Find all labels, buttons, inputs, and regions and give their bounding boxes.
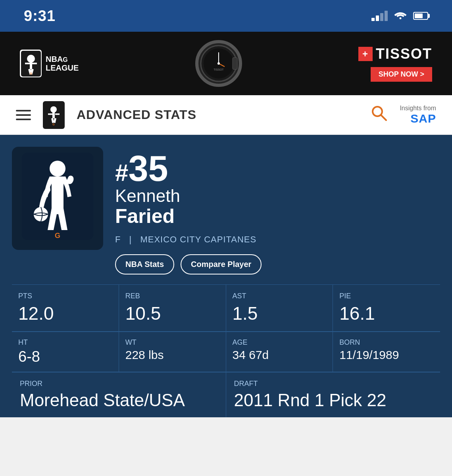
- player-actions: NBA Stats Compare Player: [115, 254, 440, 274]
- svg-text:TISSOT: TISSOT: [213, 68, 224, 71]
- bio-value: 6-8: [18, 348, 112, 365]
- bio-label: WT: [125, 338, 219, 347]
- stat-value: 16.1: [339, 303, 434, 324]
- sap-logo: SAP: [410, 112, 436, 125]
- draft-grid: PRIOR Morehead State/USADRAFT 2011 Rnd 1…: [12, 372, 440, 417]
- player-team: F | MEXICO CITY CAPITANES: [115, 234, 440, 245]
- tissot-cross-icon: +: [358, 47, 373, 61]
- hamburger-line: [16, 119, 31, 120]
- bio-label: BORN: [339, 338, 434, 347]
- stat-value: 1.5: [233, 303, 327, 324]
- player-header: G #35 Kenneth Faried F | MEXICO CITY CAP…: [12, 147, 440, 284]
- svg-rect-19: [52, 112, 55, 118]
- nav-logo: G: [43, 101, 65, 129]
- svg-rect-5: [32, 63, 37, 64]
- bio-value: 34 67d: [233, 348, 327, 362]
- svg-point-29: [34, 207, 48, 221]
- svg-rect-3: [30, 62, 32, 69]
- svg-point-2: [27, 55, 35, 63]
- draft-value: 2011 Rnd 1 Pick 22: [234, 390, 433, 410]
- draft-label: DRAFT: [234, 380, 433, 388]
- status-bar: 9:31: [0, 0, 452, 32]
- draft-cell-prior: PRIOR Morehead State/USA: [12, 372, 226, 417]
- shop-now-button[interactable]: SHOP NOW >: [371, 67, 432, 82]
- bio-grid: HT 6-8WT 228 lbsAGE 34 67dBORN 11/19/198…: [12, 332, 440, 372]
- hamburger-menu[interactable]: [16, 110, 31, 120]
- svg-text:G: G: [52, 123, 55, 126]
- hamburger-line: [16, 110, 31, 111]
- compare-player-button[interactable]: Compare Player: [181, 254, 262, 274]
- signal-icon: [371, 11, 388, 21]
- player-team-name: MEXICO CITY CAPITANES: [140, 234, 256, 244]
- bio-cell-age: AGE 34 67d: [226, 332, 333, 372]
- tissot-logo: + TISSOT: [358, 46, 432, 62]
- svg-rect-16: [233, 58, 237, 69]
- stat-value: 10.5: [125, 303, 219, 324]
- player-logo-container: G: [12, 147, 103, 250]
- nav-title: ADVANCED STATS: [77, 107, 358, 122]
- stat-label: PIE: [339, 292, 434, 300]
- sap-branding: Insights from SAP: [400, 105, 436, 125]
- svg-point-28: [50, 161, 65, 177]
- player-number: #35: [115, 151, 440, 186]
- player-info: #35 Kenneth Faried F | MEXICO CITY CAPIT…: [115, 147, 440, 274]
- svg-point-18: [50, 106, 57, 113]
- bio-cell-ht: HT 6-8: [12, 332, 119, 372]
- player-position: F: [115, 234, 121, 244]
- svg-text:G: G: [55, 232, 60, 240]
- player-card: G #35 Kenneth Faried F | MEXICO CITY CAP…: [0, 135, 452, 417]
- svg-rect-20: [48, 113, 52, 115]
- bio-label: HT: [18, 338, 112, 347]
- bio-cell-born: BORN 11/19/1989: [333, 332, 440, 372]
- svg-point-0: [400, 17, 402, 19]
- draft-label: PRIOR: [20, 380, 218, 388]
- stat-value: 12.0: [18, 303, 112, 324]
- svg-rect-4: [25, 63, 30, 64]
- stat-cell-pts: PTS 12.0: [12, 285, 119, 332]
- nba-g-league-text: NBAG LEAGUE: [46, 55, 79, 72]
- nba-g-league-logo: G NBAG LEAGUE: [0, 50, 79, 77]
- player-last-name: Faried: [115, 205, 440, 227]
- nba-logo-figure: G: [20, 50, 42, 77]
- stat-cell-ast: AST 1.5: [226, 285, 333, 332]
- stat-label: AST: [233, 292, 327, 300]
- stats-grid: PTS 12.0REB 10.5AST 1.5PIE 16.1: [12, 284, 440, 332]
- nba-stats-button[interactable]: NBA Stats: [115, 254, 174, 274]
- ad-banner[interactable]: G NBAG LEAGUE TISSOT + TISSOT SHOP NOW >: [0, 32, 452, 95]
- bio-cell-wt: WT 228 lbs: [119, 332, 226, 372]
- status-icons: [371, 10, 428, 22]
- svg-rect-21: [55, 113, 60, 115]
- svg-point-14: [217, 62, 220, 65]
- insights-label: Insights from: [400, 105, 436, 112]
- stat-cell-reb: REB 10.5: [119, 285, 226, 332]
- search-icon[interactable]: [370, 104, 388, 125]
- player-first-name: Kenneth: [115, 186, 440, 205]
- watch-image: TISSOT: [79, 36, 358, 91]
- svg-line-26: [381, 115, 386, 120]
- nav-bar: G ADVANCED STATS Insights from SAP: [0, 95, 452, 135]
- hamburger-line: [16, 114, 31, 116]
- status-time: 9:31: [24, 8, 56, 25]
- draft-cell-draft: DRAFT 2011 Rnd 1 Pick 22: [226, 372, 440, 417]
- bio-value: 11/19/1989: [339, 348, 434, 362]
- svg-text:G: G: [29, 72, 32, 75]
- draft-value: Morehead State/USA: [20, 390, 218, 410]
- player-silhouette: G: [22, 153, 93, 244]
- stat-label: REB: [125, 292, 219, 300]
- bio-label: AGE: [233, 338, 327, 347]
- battery-icon: [413, 12, 428, 20]
- tissot-branding: + TISSOT SHOP NOW >: [358, 46, 452, 82]
- wifi-icon: [394, 10, 407, 22]
- stat-cell-pie: PIE 16.1: [333, 285, 440, 332]
- bio-value: 228 lbs: [125, 348, 219, 362]
- stat-label: PTS: [18, 292, 112, 300]
